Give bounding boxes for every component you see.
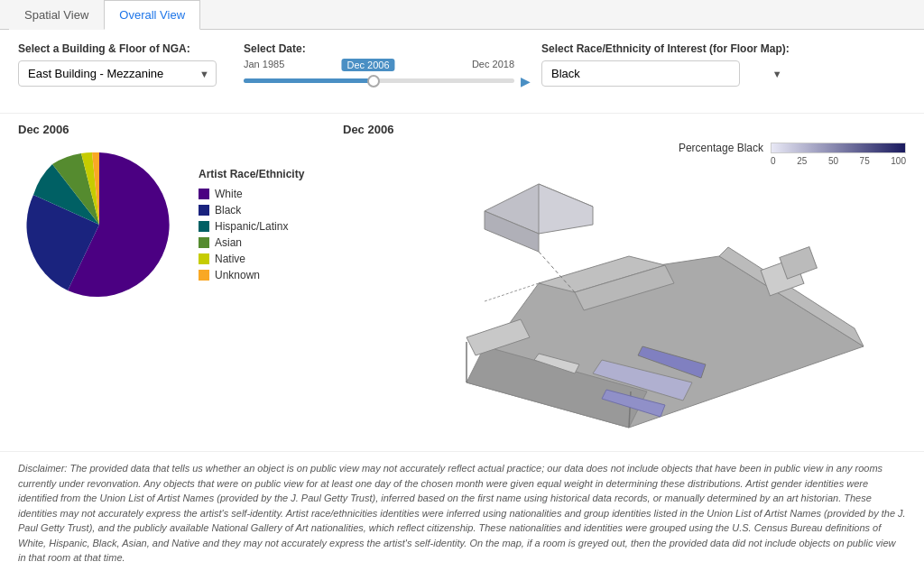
date-start-label: Jan 1985 [244, 59, 284, 69]
scale-row: Percentage Black [679, 142, 906, 154]
svg-marker-16 [539, 184, 593, 234]
building-select[interactable]: East Building - Mezzanine East Building … [18, 60, 217, 87]
building-select-wrapper: East Building - Mezzanine East Building … [18, 60, 217, 87]
color-scale-bar [771, 143, 906, 153]
floor-map-svg [343, 166, 915, 437]
right-panel: Dec 2006 Percentage Black 0 25 50 75 100 [334, 123, 924, 437]
left-chart-date: Dec 2006 [18, 123, 325, 136]
tab-bar: Spatial View Overall View [0, 0, 924, 30]
date-active-label: Dec 2006 [341, 59, 394, 71]
race-label: Select Race/Ethnicity of Interest (for F… [541, 42, 790, 55]
legend-title: Artist Race/Ethnicity [199, 168, 304, 180]
pie-area: Artist Race/Ethnicity White Black Hispan… [18, 143, 325, 306]
date-end-label: Dec 2018 [472, 59, 514, 69]
main-content: Dec 2006 [0, 114, 924, 446]
legend-label-black: Black [215, 204, 241, 216]
legend-item-hispanic: Hispanic/Latinx [199, 220, 304, 233]
legend-label-native: Native [215, 253, 245, 265]
slider-track: ▶ [244, 78, 514, 83]
legend-label-white: White [215, 188, 243, 200]
scale-label: Percentage Black [679, 142, 763, 154]
legend-item-asian: Asian [199, 236, 304, 249]
disclaimer-text: Disclaimer: The provided data that tells… [0, 451, 924, 571]
legend-color-hispanic [199, 221, 209, 232]
tab-spatial[interactable]: Spatial View [9, 0, 104, 30]
legend-item-black: Black [199, 204, 304, 216]
date-control: Select Date: Jan 1985 Dec 2006 Dec 2018 … [244, 42, 514, 104]
legend-color-white [199, 189, 209, 199]
legend-color-black [199, 205, 209, 216]
floor-map [343, 166, 915, 437]
date-label: Select Date: [244, 42, 514, 55]
scale-tick-50: 50 [828, 156, 838, 166]
race-control: Select Race/Ethnicity of Interest (for F… [541, 42, 790, 87]
legend-item-native: Native [199, 253, 304, 265]
pie-chart [18, 143, 180, 306]
scale-tick-100: 100 [891, 156, 906, 166]
legend-color-asian [199, 237, 209, 248]
legend-color-unknown [199, 270, 209, 281]
play-arrow-icon[interactable]: ▶ [521, 74, 531, 88]
scale-tick-0: 0 [771, 156, 776, 166]
building-label: Select a Building & Floor of NGA: [18, 42, 217, 55]
controls-row: Select a Building & Floor of NGA: East B… [0, 30, 924, 114]
race-select-arrow-icon: ▼ [772, 69, 782, 79]
legend-color-native [199, 253, 209, 264]
legend-item-unknown: Unknown [199, 269, 304, 281]
legend-item-white: White [199, 188, 304, 200]
legend-label-unknown: Unknown [215, 269, 260, 281]
slider-fill [244, 78, 379, 83]
right-chart-date: Dec 2006 [343, 123, 915, 136]
color-scale-wrapper: Percentage Black 0 25 50 75 100 [343, 142, 915, 166]
race-select-wrapper: White Black Hispanic/Latinx Asian Native… [541, 60, 790, 87]
legend-label-hispanic: Hispanic/Latinx [215, 220, 288, 233]
building-control: Select a Building & Floor of NGA: East B… [18, 42, 217, 87]
svg-rect-10 [780, 247, 817, 279]
scale-tick-25: 25 [797, 156, 807, 166]
scale-tick-75: 75 [860, 156, 870, 166]
chart-legend: Artist Race/Ethnicity White Black Hispan… [199, 168, 304, 281]
legend-label-asian: Asian [215, 236, 242, 249]
race-select[interactable]: White Black Hispanic/Latinx Asian Native… [541, 60, 740, 87]
scale-ticks: 0 25 50 75 100 [771, 156, 906, 166]
slider-thumb[interactable] [367, 75, 380, 87]
left-panel: Dec 2006 [9, 123, 334, 437]
tab-overall[interactable]: Overall View [104, 0, 200, 30]
